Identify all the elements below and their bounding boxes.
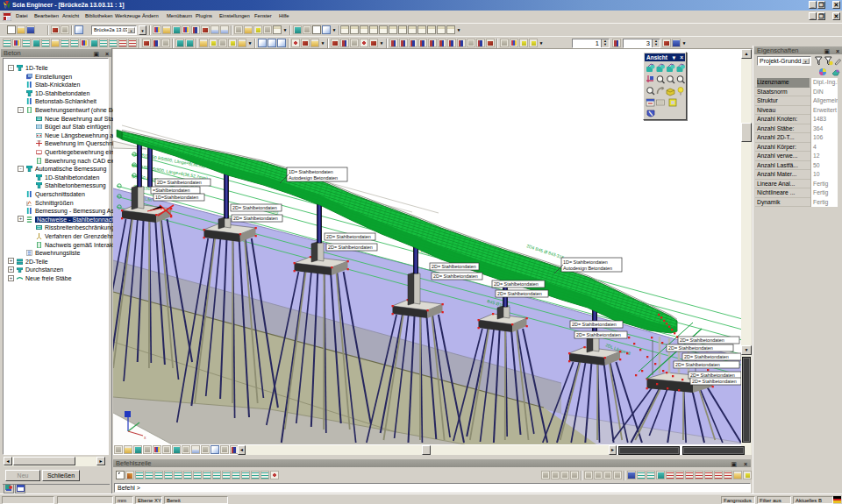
svg-text:2D= Stahlbetondaten: 2D= Stahlbetondaten (326, 234, 371, 239)
svg-text:2D= Stahlbetondaten: 2D= Stahlbetondaten (668, 345, 713, 351)
svg-text:1D=Stahlbetondaten: 1D=Stahlbetondaten (155, 195, 198, 200)
svg-text:1D= Stahlbetondaten: 1D= Stahlbetondaten (563, 259, 608, 265)
svg-text:2D= Stahlbetondaten: 2D= Stahlbetondaten (233, 216, 278, 221)
svg-text:2D= Stahlbetondaten: 2D= Stahlbetondaten (692, 379, 737, 384)
svg-text:2D= Stahlbetondaten: 2D= Stahlbetondaten (684, 354, 729, 359)
svg-text:2D= Stahlbetondaten: 2D= Stahlbetondaten (675, 362, 720, 367)
svg-text:2D= Stahlbetondaten: 2D= Stahlbetondaten (576, 332, 621, 337)
svg-text:2D= Stahlbetondaten: 2D= Stahlbetondaten (232, 205, 277, 210)
svg-text:2D= Stahlbetondaten: 2D= Stahlbetondaten (328, 245, 373, 250)
svg-text:Autodesign Betondaten: Autodesign Betondaten (289, 175, 338, 181)
svg-text:Autodesign Betondaten: Autodesign Betondaten (563, 266, 612, 271)
svg-text:1D= Stahlbetondaten: 1D= Stahlbetondaten (289, 169, 333, 174)
svg-text:2D= Stahlbetondaten: 2D= Stahlbetondaten (494, 281, 539, 287)
svg-text:2D= Stahlbetondaten: 2D= Stahlbetondaten (432, 264, 476, 269)
svg-text:2D= Stahlbetondaten: 2D= Stahlbetondaten (680, 337, 724, 343)
svg-text:=Stahlbetondaten: =Stahlbetondaten (153, 188, 189, 193)
svg-text:2D= Stahlbetondaten: 2D= Stahlbetondaten (497, 291, 542, 296)
svg-text:2D= Stahlbetondaten: 2D= Stahlbetondaten (157, 180, 202, 185)
svg-text:2D= Stahlbetondaten: 2D= Stahlbetondaten (690, 373, 735, 378)
svg-text:2D= Stahlbetondaten: 2D= Stahlbetondaten (433, 273, 478, 279)
svg-text:2D= Stahlbetondaten: 2D= Stahlbetondaten (572, 322, 617, 327)
